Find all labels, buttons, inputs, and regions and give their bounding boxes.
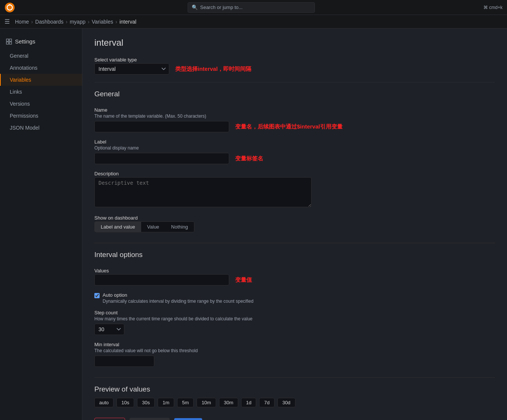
sidebar-item-permissions[interactable]: Permissions: [0, 110, 82, 122]
values-annotation: 变量值: [235, 277, 252, 284]
preview-badge: 1m: [158, 398, 174, 407]
toggle-value[interactable]: Value: [141, 222, 165, 232]
variable-type-field: Select variable type Interval Query Cust…: [94, 57, 495, 75]
step-count-label: Step count: [94, 310, 495, 315]
settings-grid-icon: [6, 39, 12, 45]
breadcrumb-home[interactable]: Home: [15, 19, 29, 25]
delete-button[interactable]: Delete: [94, 418, 125, 420]
preview-badge: 1d: [241, 398, 256, 407]
general-section-title: General: [94, 90, 495, 101]
toggle-nothing[interactable]: Nothing: [165, 222, 194, 232]
label-annotation: 变量标签名: [235, 155, 263, 162]
breadcrumb-dashboards[interactable]: Dashboards: [35, 19, 64, 25]
cmd-hint: ⌘ cmd+k: [483, 5, 503, 10]
auto-option-checkbox[interactable]: [94, 293, 100, 298]
breadcrumb-myapp[interactable]: myapp: [70, 19, 85, 25]
description-textarea[interactable]: [94, 177, 312, 207]
menu-icon[interactable]: ☰: [4, 18, 10, 25]
values-input[interactable]: 10s,30s,1m,5m,10m,30m,1d,7d,30d: [94, 274, 229, 285]
name-label: Name: [94, 107, 495, 113]
run-query-button[interactable]: Run query: [130, 418, 170, 420]
breadcrumb-sep-3: ›: [88, 19, 89, 25]
preview-badge: 30d: [277, 398, 295, 407]
cmd-icon: ⌘: [483, 5, 488, 10]
page-title: interval: [94, 37, 495, 48]
step-count-desc: How many times the current time range sh…: [94, 316, 495, 321]
breadcrumb-variables[interactable]: Variables: [92, 19, 113, 25]
action-row: Delete Run query Apply: [94, 418, 495, 420]
app-logo: [4, 2, 15, 13]
values-field-group: Values 10s,30s,1m,5m,10m,30m,1d,7d,30d 变…: [94, 268, 495, 285]
sidebar-item-versions[interactable]: Versions: [0, 98, 82, 110]
sidebar-item-annotations[interactable]: Annotations: [0, 62, 82, 74]
sidebar-title: Settings: [15, 38, 35, 45]
auto-option-row: Auto option Dynamically calculates inter…: [94, 292, 495, 304]
description-field-group: Description: [94, 171, 495, 208]
label-desc: Optional display name: [94, 145, 495, 151]
min-interval-desc: The calculated value will not go below t…: [94, 348, 495, 353]
svg-rect-3: [6, 39, 9, 41]
preview-badge: 10m: [197, 398, 216, 407]
min-interval-group: Min interval The calculated value will n…: [94, 342, 495, 367]
general-section: General Name The name of the template va…: [94, 90, 495, 232]
interval-options-section: Interval options Values 10s,30s,1m,5m,10…: [94, 251, 495, 367]
breadcrumb-sep-1: ›: [31, 19, 33, 25]
sidebar: Settings General Annotations Variables L…: [0, 28, 82, 420]
description-label: Description: [94, 171, 495, 176]
values-label: Values: [94, 268, 495, 274]
layout: Settings General Annotations Variables L…: [0, 28, 507, 420]
variable-type-select[interactable]: Interval Query Custom Text box Constant …: [94, 63, 169, 75]
interval-options-title: Interval options: [94, 251, 495, 262]
breadcrumb-sep-4: ›: [115, 19, 117, 25]
preview-badges: auto10s30s1m5m10m30m1d7d30d: [94, 398, 495, 407]
search-box[interactable]: 🔍 Search or jump to...: [188, 2, 315, 13]
navbar: ☰ Home › Dashboards › myapp › Variables …: [0, 15, 507, 28]
sidebar-item-variables[interactable]: Variables: [0, 74, 82, 86]
min-interval-input[interactable]: 10s: [94, 356, 154, 367]
preview-badge: 10s: [116, 398, 134, 407]
step-count-select[interactable]: 30 10 20 50 100 200: [94, 324, 124, 335]
preview-badge: auto: [94, 398, 113, 407]
auto-option-desc: Dynamically calculates interval by divid…: [103, 299, 254, 304]
show-on-dashboard-label: Show on dashboard: [94, 215, 495, 221]
svg-point-2: [9, 4, 10, 6]
auto-option-label: Auto option: [103, 292, 254, 298]
sidebar-item-json-model[interactable]: JSON Model: [0, 122, 82, 134]
breadcrumb: Home › Dashboards › myapp › Variables › …: [15, 19, 136, 25]
breadcrumb-current: interval: [119, 19, 136, 25]
divider-3: [94, 377, 495, 378]
search-icon: 🔍: [192, 4, 198, 10]
name-annotation: 变量名，后续图表中通过$interval引用变量: [235, 123, 343, 130]
variable-type-label: Select variable type: [94, 57, 495, 63]
sidebar-section-header: Settings: [0, 34, 82, 48]
divider-1: [94, 82, 495, 82]
label-input[interactable]: 周期: [94, 153, 229, 164]
show-toggle-group: Label and value Value Nothing: [94, 221, 194, 232]
name-input[interactable]: interval: [94, 121, 229, 132]
divider-2: [94, 243, 495, 243]
preview-badge: 30s: [137, 398, 155, 407]
svg-rect-6: [9, 42, 12, 44]
label-label: Label: [94, 139, 495, 145]
name-desc: The name of the template variable. (Max.…: [94, 114, 495, 119]
name-field-group: Name The name of the template variable. …: [94, 107, 495, 132]
breadcrumb-sep-2: ›: [66, 19, 68, 25]
show-on-dashboard-group: Show on dashboard Label and value Value …: [94, 215, 495, 232]
toggle-label-value[interactable]: Label and value: [95, 222, 141, 232]
preview-title: Preview of values: [94, 385, 495, 393]
sidebar-item-general[interactable]: General: [0, 50, 82, 62]
preview-badge: 7d: [259, 398, 274, 407]
apply-button[interactable]: Apply: [174, 418, 202, 420]
svg-point-0: [5, 3, 15, 12]
svg-rect-5: [6, 42, 9, 44]
search-placeholder: Search or jump to...: [200, 4, 242, 10]
preview-section: Preview of values auto10s30s1m5m10m30m1d…: [94, 385, 495, 407]
variable-type-annotation: 类型选择interval，即时间间隔: [175, 66, 251, 73]
search-area: 🔍 Search or jump to...: [19, 2, 483, 13]
main-content: interval Select variable type Interval Q…: [82, 28, 507, 420]
preview-badge: 5m: [177, 398, 194, 407]
step-count-group: Step count How many times the current ti…: [94, 310, 495, 335]
sidebar-item-links[interactable]: Links: [0, 86, 82, 98]
svg-rect-4: [9, 39, 12, 41]
topbar: 🔍 Search or jump to... ⌘ cmd+k: [0, 0, 507, 15]
